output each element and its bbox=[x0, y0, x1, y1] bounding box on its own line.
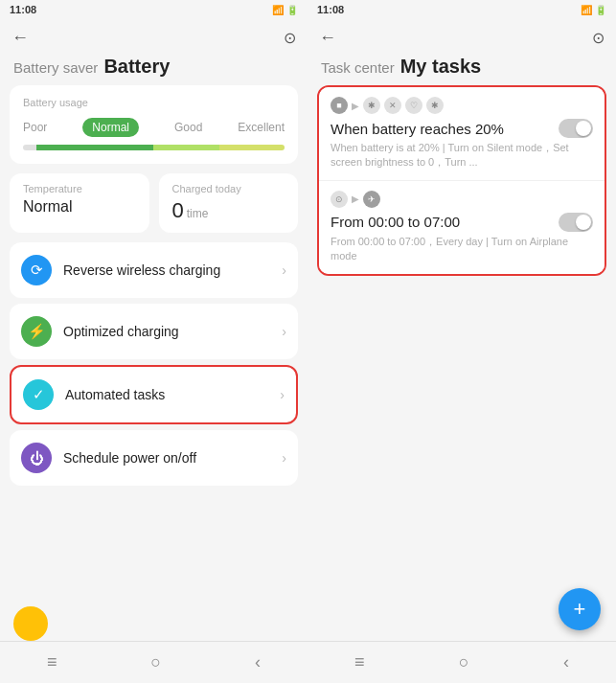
right-nav-menu-icon[interactable]: ≡ bbox=[354, 652, 365, 672]
left-settings-icon[interactable]: ⊙ bbox=[284, 29, 296, 47]
right-nav-back-icon[interactable]: ‹ bbox=[563, 652, 569, 672]
left-page-title: Battery saver Battery bbox=[0, 56, 308, 85]
charged-today-unit: time bbox=[187, 207, 209, 220]
left-bottom-nav: ≡ ○ ‹ bbox=[0, 641, 308, 683]
charged-today-card: Charged today 0 time bbox=[159, 173, 299, 233]
left-nav-menu-icon[interactable]: ≡ bbox=[47, 652, 57, 672]
right-status-icons: 📶 🔋 bbox=[581, 5, 606, 15]
task-list: ■ ▶ ✱ ✕ ♡ ✱ When battery reaches 20% Whe… bbox=[308, 85, 616, 641]
right-subtitle: Task center bbox=[321, 59, 395, 76]
stats-row: Temperature Normal Charged today 0 time bbox=[0, 173, 308, 233]
menu-item-automated-tasks[interactable]: ✓ Automated tasks › bbox=[10, 365, 298, 424]
right-nav-home-icon[interactable]: ○ bbox=[459, 652, 469, 672]
right-back-icon[interactable]: ← bbox=[319, 28, 336, 48]
task-item-battery[interactable]: ■ ▶ ✱ ✕ ♡ ✱ When battery reaches 20% Whe… bbox=[319, 87, 605, 180]
right-nav-bar: ← ⊙ bbox=[308, 19, 616, 56]
automated-tasks-chevron: › bbox=[280, 387, 285, 402]
left-status-icons: 📶 🔋 bbox=[272, 5, 298, 15]
right-settings-icon[interactable]: ⊙ bbox=[592, 29, 605, 47]
battery-levels: Poor Normal Good Excellent bbox=[23, 118, 285, 137]
battery-task-icon-2: ✱ bbox=[363, 97, 380, 114]
battery-bar bbox=[23, 145, 285, 150]
left-nav-home-icon[interactable]: ○ bbox=[150, 652, 161, 672]
battery-task-icon-3: ✕ bbox=[384, 97, 401, 114]
right-bottom-nav: ≡ ○ ‹ bbox=[308, 641, 616, 683]
right-time: 11:08 bbox=[317, 4, 344, 15]
level-poor: Poor bbox=[23, 121, 47, 134]
time-task-toggle[interactable] bbox=[559, 213, 593, 232]
left-subtitle: Battery saver bbox=[13, 59, 98, 76]
right-status-bar: 11:08 📶 🔋 bbox=[308, 0, 616, 19]
battery-task-icon-5: ✱ bbox=[426, 97, 444, 114]
time-task-icons: ⊙ ▶ ✈ bbox=[331, 191, 593, 208]
left-time: 11:08 bbox=[10, 4, 36, 15]
battery-card: Battery usage Poor Normal Good Excellent bbox=[10, 85, 298, 164]
optimized-charging-icon: ⚡ bbox=[21, 316, 52, 347]
left-nav-bar: ← ⊙ bbox=[0, 19, 308, 56]
time-task-icon-1: ⊙ bbox=[331, 191, 348, 208]
schedule-power-label: Schedule power on/off bbox=[63, 450, 282, 466]
right-panel: 11:08 📶 🔋 ← ⊙ Task center My tasks ■ ▶ ✱… bbox=[308, 0, 616, 683]
schedule-power-chevron: › bbox=[282, 450, 286, 466]
battery-task-icon-1: ■ bbox=[331, 97, 348, 114]
menu-item-optimized-charging[interactable]: ⚡ Optimized charging › bbox=[10, 304, 298, 359]
time-task-title: From 00:00 to 07:00 bbox=[331, 214, 559, 230]
battery-task-header: When battery reaches 20% bbox=[331, 119, 593, 138]
reverse-wireless-label: Reverse wireless charging bbox=[63, 262, 282, 278]
time-task-desc: From 00:00 to 07:00，Every day | Turn on … bbox=[331, 235, 593, 264]
fab-add-button[interactable]: + bbox=[559, 588, 601, 630]
right-page-title: Task center My tasks bbox=[308, 56, 616, 85]
tasks-highlighted-container: ■ ▶ ✱ ✕ ♡ ✱ When battery reaches 20% Whe… bbox=[317, 85, 606, 276]
level-normal: Normal bbox=[82, 118, 139, 137]
left-back-icon[interactable]: ← bbox=[11, 28, 29, 48]
reverse-wireless-icon: ⟳ bbox=[21, 255, 52, 285]
battery-task-icon-4: ♡ bbox=[405, 97, 422, 114]
optimized-charging-chevron: › bbox=[282, 324, 286, 339]
left-status-bar: 11:08 📶 🔋 bbox=[0, 0, 308, 19]
temperature-label: Temperature bbox=[23, 183, 136, 194]
automated-tasks-label: Automated tasks bbox=[65, 387, 280, 402]
level-good: Good bbox=[174, 121, 202, 134]
battery-usage-label: Battery usage bbox=[23, 97, 285, 108]
right-main-title: My tasks bbox=[400, 56, 482, 78]
battery-task-desc: When battery is at 20% | Turn on Silent … bbox=[331, 141, 593, 171]
menu-item-reverse-wireless[interactable]: ⟳ Reverse wireless charging › bbox=[10, 242, 298, 298]
time-task-header: From 00:00 to 07:00 bbox=[331, 213, 593, 232]
schedule-power-icon: ⏻ bbox=[21, 443, 52, 473]
battery-task-icons: ■ ▶ ✱ ✕ ♡ ✱ bbox=[331, 97, 593, 114]
left-menu-list: ⟳ Reverse wireless charging › ⚡ Optimize… bbox=[0, 242, 308, 641]
battery-task-title: When battery reaches 20% bbox=[331, 121, 559, 137]
reverse-wireless-chevron: › bbox=[282, 262, 286, 278]
yellow-circle-decoration bbox=[13, 606, 48, 641]
battery-task-toggle[interactable] bbox=[559, 119, 593, 138]
level-excellent: Excellent bbox=[238, 121, 285, 134]
temperature-value: Normal bbox=[23, 198, 73, 216]
time-task-icon-2: ✈ bbox=[363, 191, 380, 208]
task-item-time[interactable]: ⊙ ▶ ✈ From 00:00 to 07:00 From 00:00 to … bbox=[319, 180, 605, 274]
temperature-card: Temperature Normal bbox=[10, 173, 149, 233]
optimized-charging-label: Optimized charging bbox=[63, 324, 282, 339]
charged-today-label: Charged today bbox=[172, 183, 285, 194]
left-nav-back-icon[interactable]: ‹ bbox=[255, 652, 261, 672]
menu-item-schedule-power[interactable]: ⏻ Schedule power on/off › bbox=[10, 430, 298, 486]
left-panel: 11:08 📶 🔋 ← ⊙ Battery saver Battery Batt… bbox=[0, 0, 308, 683]
charged-today-value: 0 bbox=[172, 198, 184, 223]
left-main-title: Battery bbox=[103, 56, 170, 78]
automated-tasks-icon: ✓ bbox=[23, 379, 54, 410]
